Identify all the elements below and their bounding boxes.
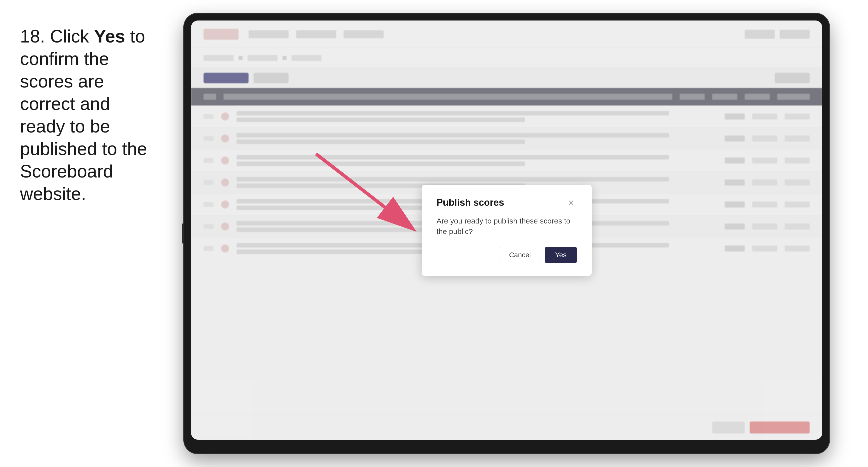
- dialog-message: Are you ready to publish these scores to…: [437, 216, 577, 237]
- tablet-outer: Publish scores × Are you ready to publis…: [184, 13, 829, 454]
- instruction-body: to confirm the scores are correct and re…: [20, 26, 147, 204]
- dialog-overlay: Publish scores × Are you ready to publis…: [191, 21, 822, 440]
- dialog-title: Publish scores: [437, 197, 504, 208]
- dialog-actions: Cancel Yes: [437, 247, 577, 263]
- dialog-close-button[interactable]: ×: [566, 197, 577, 208]
- dialog-header: Publish scores ×: [437, 197, 577, 208]
- publish-scores-dialog: Publish scores × Are you ready to publis…: [422, 185, 592, 276]
- svg-line-1: [316, 154, 411, 228]
- tablet-screen: Publish scores × Are you ready to publis…: [191, 21, 822, 440]
- cancel-button[interactable]: Cancel: [500, 247, 540, 263]
- step-number: 18. Click: [20, 26, 94, 46]
- yes-button[interactable]: Yes: [545, 247, 577, 263]
- tablet-frame: Publish scores × Are you ready to publis…: [165, 13, 848, 454]
- tablet-side-button: [182, 223, 184, 244]
- yes-emphasis: Yes: [94, 26, 125, 46]
- instruction-text: 18. Click Yes to confirm the scores are …: [20, 15, 150, 205]
